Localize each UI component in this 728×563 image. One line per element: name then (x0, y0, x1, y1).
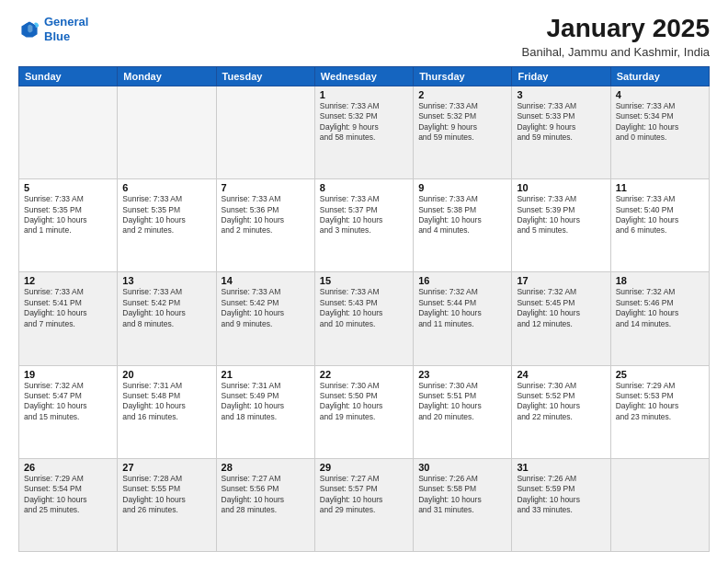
day-cell: 4Sunrise: 7:33 AM Sunset: 5:34 PM Daylig… (610, 86, 709, 178)
day-number: 15 (320, 275, 408, 286)
day-cell: 14Sunrise: 7:33 AM Sunset: 5:42 PM Dayli… (216, 272, 314, 365)
day-number: 17 (517, 275, 605, 286)
day-cell: 15Sunrise: 7:33 AM Sunset: 5:43 PM Dayli… (314, 272, 413, 365)
logo-general: General (44, 15, 88, 29)
day-cell: 22Sunrise: 7:30 AM Sunset: 5:50 PM Dayli… (314, 365, 413, 458)
day-info: Sunrise: 7:33 AM Sunset: 5:32 PM Dayligh… (418, 101, 506, 144)
day-cell: 3Sunrise: 7:33 AM Sunset: 5:33 PM Daylig… (512, 86, 610, 178)
weekday-header-wednesday: Wednesday (314, 66, 413, 86)
day-number: 2 (418, 89, 506, 100)
week-row-5: 26Sunrise: 7:29 AM Sunset: 5:54 PM Dayli… (19, 458, 710, 551)
day-number: 12 (24, 275, 112, 286)
day-cell: 11Sunrise: 7:33 AM Sunset: 5:40 PM Dayli… (610, 179, 709, 272)
day-number: 30 (418, 462, 506, 473)
day-cell: 5Sunrise: 7:33 AM Sunset: 5:35 PM Daylig… (19, 179, 118, 272)
day-number: 8 (320, 182, 408, 193)
day-number: 14 (222, 275, 310, 286)
main-title: January 2025 (522, 15, 711, 43)
day-number: 25 (616, 369, 704, 380)
day-number: 23 (418, 369, 506, 380)
day-info: Sunrise: 7:33 AM Sunset: 5:40 PM Dayligh… (616, 194, 704, 236)
day-info: Sunrise: 7:33 AM Sunset: 5:36 PM Dayligh… (222, 194, 310, 236)
day-number: 28 (222, 462, 310, 473)
day-cell: 1Sunrise: 7:33 AM Sunset: 5:32 PM Daylig… (314, 86, 413, 178)
day-info: Sunrise: 7:29 AM Sunset: 5:53 PM Dayligh… (616, 381, 704, 423)
day-info: Sunrise: 7:33 AM Sunset: 5:35 PM Dayligh… (24, 194, 112, 236)
weekday-header-friday: Friday (512, 66, 610, 86)
day-cell: 6Sunrise: 7:33 AM Sunset: 5:35 PM Daylig… (118, 179, 216, 272)
day-info: Sunrise: 7:32 AM Sunset: 5:44 PM Dayligh… (418, 287, 506, 329)
day-number: 13 (122, 275, 210, 286)
day-number: 29 (320, 462, 408, 473)
day-number: 16 (418, 275, 506, 286)
day-info: Sunrise: 7:32 AM Sunset: 5:47 PM Dayligh… (24, 381, 112, 423)
day-info: Sunrise: 7:31 AM Sunset: 5:48 PM Dayligh… (122, 381, 210, 423)
week-row-3: 12Sunrise: 7:33 AM Sunset: 5:41 PM Dayli… (19, 272, 710, 365)
day-info: Sunrise: 7:32 AM Sunset: 5:45 PM Dayligh… (517, 287, 605, 329)
day-info: Sunrise: 7:26 AM Sunset: 5:58 PM Dayligh… (418, 474, 506, 516)
day-cell: 24Sunrise: 7:30 AM Sunset: 5:52 PM Dayli… (512, 365, 610, 458)
day-info: Sunrise: 7:33 AM Sunset: 5:42 PM Dayligh… (222, 287, 310, 329)
day-cell (19, 86, 118, 178)
logo-icon (18, 18, 40, 40)
day-number: 18 (616, 275, 704, 286)
weekday-header-saturday: Saturday (610, 66, 709, 86)
header: General Blue January 2025 Banihal, Jammu… (18, 15, 710, 59)
day-number: 10 (517, 182, 605, 193)
day-cell (216, 86, 314, 178)
weekday-header-thursday: Thursday (414, 66, 512, 86)
day-info: Sunrise: 7:30 AM Sunset: 5:51 PM Dayligh… (418, 381, 506, 423)
weekday-header-sunday: Sunday (19, 66, 118, 86)
day-info: Sunrise: 7:33 AM Sunset: 5:37 PM Dayligh… (320, 194, 408, 236)
day-cell: 31Sunrise: 7:26 AM Sunset: 5:59 PM Dayli… (512, 458, 610, 551)
day-cell: 16Sunrise: 7:32 AM Sunset: 5:44 PM Dayli… (414, 272, 512, 365)
day-cell: 10Sunrise: 7:33 AM Sunset: 5:39 PM Dayli… (512, 179, 610, 272)
day-number: 4 (616, 89, 704, 100)
logo-text: General Blue (44, 15, 88, 43)
day-info: Sunrise: 7:26 AM Sunset: 5:59 PM Dayligh… (517, 474, 605, 516)
day-number: 9 (418, 182, 506, 193)
logo-blue: Blue (44, 29, 70, 43)
day-info: Sunrise: 7:30 AM Sunset: 5:50 PM Dayligh… (320, 381, 408, 423)
day-info: Sunrise: 7:32 AM Sunset: 5:46 PM Dayligh… (616, 287, 704, 329)
day-info: Sunrise: 7:33 AM Sunset: 5:34 PM Dayligh… (616, 101, 704, 144)
day-cell: 7Sunrise: 7:33 AM Sunset: 5:36 PM Daylig… (216, 179, 314, 272)
day-cell: 13Sunrise: 7:33 AM Sunset: 5:42 PM Dayli… (118, 272, 216, 365)
day-info: Sunrise: 7:33 AM Sunset: 5:43 PM Dayligh… (320, 287, 408, 329)
day-cell: 25Sunrise: 7:29 AM Sunset: 5:53 PM Dayli… (610, 365, 709, 458)
week-row-1: 1Sunrise: 7:33 AM Sunset: 5:32 PM Daylig… (19, 86, 710, 178)
page: General Blue January 2025 Banihal, Jammu… (0, 0, 728, 563)
week-row-2: 5Sunrise: 7:33 AM Sunset: 5:35 PM Daylig… (19, 179, 710, 272)
day-number: 31 (517, 462, 605, 473)
day-number: 7 (222, 182, 310, 193)
day-cell: 12Sunrise: 7:33 AM Sunset: 5:41 PM Dayli… (19, 272, 118, 365)
day-cell: 18Sunrise: 7:32 AM Sunset: 5:46 PM Dayli… (610, 272, 709, 365)
day-cell: 17Sunrise: 7:32 AM Sunset: 5:45 PM Dayli… (512, 272, 610, 365)
weekday-header-tuesday: Tuesday (216, 66, 314, 86)
day-cell: 2Sunrise: 7:33 AM Sunset: 5:32 PM Daylig… (414, 86, 512, 178)
day-cell: 30Sunrise: 7:26 AM Sunset: 5:58 PM Dayli… (414, 458, 512, 551)
day-info: Sunrise: 7:33 AM Sunset: 5:39 PM Dayligh… (517, 194, 605, 236)
day-number: 3 (517, 89, 605, 100)
week-row-4: 19Sunrise: 7:32 AM Sunset: 5:47 PM Dayli… (19, 365, 710, 458)
day-cell: 8Sunrise: 7:33 AM Sunset: 5:37 PM Daylig… (314, 179, 413, 272)
day-info: Sunrise: 7:31 AM Sunset: 5:49 PM Dayligh… (222, 381, 310, 423)
title-block: January 2025 Banihal, Jammu and Kashmir,… (522, 15, 711, 59)
day-info: Sunrise: 7:33 AM Sunset: 5:41 PM Dayligh… (24, 287, 112, 329)
weekday-header-monday: Monday (118, 66, 216, 86)
day-cell: 9Sunrise: 7:33 AM Sunset: 5:38 PM Daylig… (414, 179, 512, 272)
day-cell (610, 458, 709, 551)
day-info: Sunrise: 7:33 AM Sunset: 5:42 PM Dayligh… (122, 287, 210, 329)
day-number: 19 (24, 369, 112, 380)
day-number: 26 (24, 462, 112, 473)
subtitle: Banihal, Jammu and Kashmir, India (522, 45, 711, 59)
day-number: 21 (222, 369, 310, 380)
logo: General Blue (18, 15, 88, 43)
header-row: SundayMondayTuesdayWednesdayThursdayFrid… (19, 66, 710, 86)
day-info: Sunrise: 7:33 AM Sunset: 5:38 PM Dayligh… (418, 194, 506, 236)
day-info: Sunrise: 7:33 AM Sunset: 5:32 PM Dayligh… (320, 101, 408, 144)
day-number: 11 (616, 182, 704, 193)
day-info: Sunrise: 7:27 AM Sunset: 5:57 PM Dayligh… (320, 474, 408, 516)
day-info: Sunrise: 7:27 AM Sunset: 5:56 PM Dayligh… (222, 474, 310, 516)
day-number: 1 (320, 89, 408, 100)
